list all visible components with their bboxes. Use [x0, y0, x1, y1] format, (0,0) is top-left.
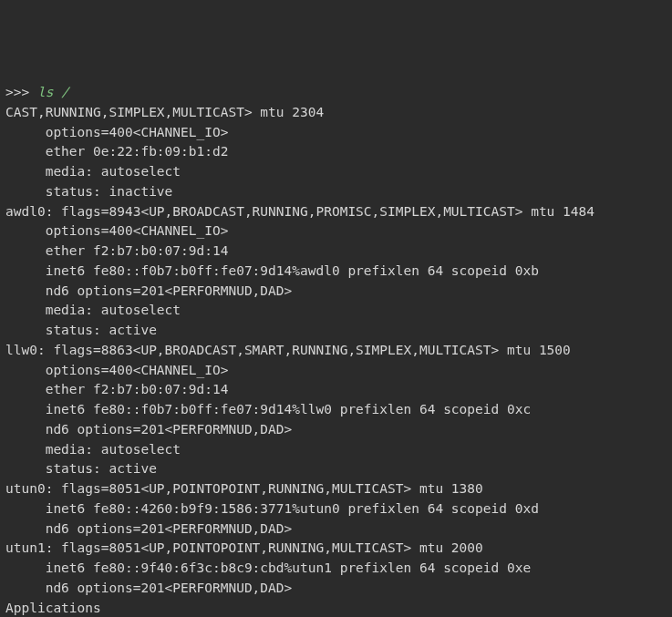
output-line: inet6 fe80::f0b7:b0ff:fe07:9d14%awdl0 pr…: [5, 263, 539, 278]
output-line: media: autoselect: [5, 442, 181, 457]
output-line: options=400<CHANNEL_IO>: [5, 223, 228, 238]
output-line: Applications: [5, 601, 101, 615]
output-line: ether f2:b7:b0:07:9d:14: [5, 243, 228, 258]
output-line: media: autoselect: [5, 164, 181, 179]
output-line: nd6 options=201<PERFORMNUD,DAD>: [5, 581, 292, 595]
prompt-symbol: >>>: [5, 85, 37, 99]
output-line: ether 0e:22:fb:09:b1:d2: [5, 144, 228, 159]
command-text: ls /: [37, 85, 69, 99]
output-line: status: inactive: [5, 184, 172, 199]
output-line: awdl0: flags=8943<UP,BROADCAST,RUNNING,P…: [5, 204, 594, 219]
output-line: nd6 options=201<PERFORMNUD,DAD>: [5, 283, 292, 298]
output-line: llw0: flags=8863<UP,BROADCAST,SMART,RUNN…: [5, 343, 571, 357]
output-line: ether f2:b7:b0:07:9d:14: [5, 382, 228, 396]
output-line: utun1: flags=8051<UP,POINTOPOINT,RUNNING…: [5, 540, 483, 555]
output-line: inet6 fe80::4260:b9f9:1586:3771%utun0 pr…: [5, 501, 539, 516]
output-line: status: active: [5, 323, 157, 337]
terminal-window[interactable]: >>> ls / CAST,RUNNING,SIMPLEX,MULTICAST>…: [5, 83, 667, 617]
output-line: utun0: flags=8051<UP,POINTOPOINT,RUNNING…: [5, 481, 483, 496]
output-line: nd6 options=201<PERFORMNUD,DAD>: [5, 521, 292, 536]
prompt-line: >>> ls /: [5, 85, 69, 99]
output-line: inet6 fe80::9f40:6f3c:b8c9:cbd%utun1 pre…: [5, 560, 531, 575]
output-line: options=400<CHANNEL_IO>: [5, 125, 228, 139]
output-line: options=400<CHANNEL_IO>: [5, 363, 228, 377]
output-line: nd6 options=201<PERFORMNUD,DAD>: [5, 422, 292, 437]
output-line: media: autoselect: [5, 303, 181, 317]
output-line: status: active: [5, 461, 157, 476]
output-line: inet6 fe80::f0b7:b0ff:fe07:9d14%llw0 pre…: [5, 402, 531, 416]
output-line: CAST,RUNNING,SIMPLEX,MULTICAST> mtu 2304: [5, 105, 324, 119]
